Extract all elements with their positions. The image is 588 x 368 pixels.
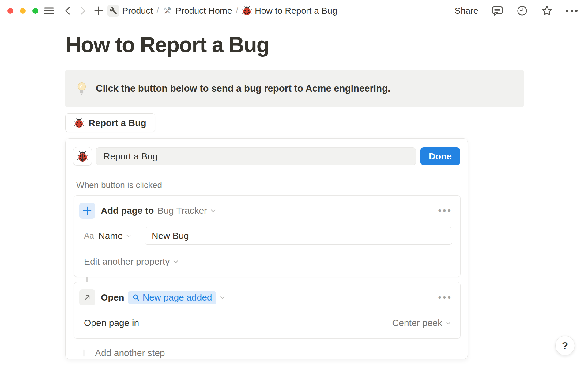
clock-icon bbox=[516, 5, 528, 17]
chevron-down-icon bbox=[172, 258, 179, 265]
open-page-in-label: Open page in bbox=[84, 318, 139, 328]
forward-button[interactable] bbox=[79, 6, 87, 15]
add-page-action-icon-box bbox=[79, 203, 95, 219]
plus-icon bbox=[83, 206, 92, 215]
zoom-window-button[interactable] bbox=[32, 8, 38, 14]
step-action-label: Add page to bbox=[101, 205, 154, 216]
property-name: Name bbox=[98, 231, 123, 241]
light-bulb-icon bbox=[76, 82, 87, 96]
ellipsis-icon bbox=[566, 10, 568, 12]
close-window-button[interactable] bbox=[7, 8, 13, 14]
target-database-dropdown[interactable]: Bug Tracker bbox=[154, 205, 217, 216]
page-body: How to Report a Bug Click the button bel… bbox=[0, 33, 588, 359]
arrow-up-right-icon bbox=[83, 293, 91, 301]
new-page-button[interactable] bbox=[94, 6, 103, 15]
chevron-down-icon[interactable] bbox=[219, 294, 226, 301]
open-target-chip-label: New page added bbox=[143, 292, 212, 303]
add-another-step-button[interactable]: Add another step bbox=[79, 348, 460, 358]
breadcrumb-label: Product bbox=[122, 6, 153, 16]
target-database-value: Bug Tracker bbox=[157, 205, 207, 216]
done-button[interactable]: Done bbox=[420, 147, 460, 165]
property-row: Aa Name bbox=[79, 227, 452, 245]
lady-beetle-icon bbox=[242, 6, 252, 16]
favorite-button[interactable] bbox=[541, 5, 553, 17]
text-property-type-icon: Aa bbox=[84, 231, 94, 241]
search-icon bbox=[132, 293, 140, 301]
callout-text: Click the button below to send a bug rep… bbox=[96, 83, 390, 94]
chevron-left-icon bbox=[63, 6, 71, 15]
breadcrumb-label: How to Report a Bug bbox=[255, 6, 337, 16]
open-mode-value: Center peek bbox=[392, 318, 442, 328]
edit-another-property-button[interactable]: Edit another property bbox=[84, 256, 452, 267]
step-header: Add page to Bug Tracker ••• bbox=[79, 203, 452, 219]
hammer-and-wrench-icon bbox=[163, 6, 172, 16]
edit-another-property-label: Edit another property bbox=[84, 256, 170, 267]
sidebar-toggle-button[interactable] bbox=[44, 6, 54, 15]
plus-icon bbox=[94, 6, 103, 15]
step-card-add-page: Add page to Bug Tracker ••• Aa Name bbox=[74, 195, 461, 277]
automation-steps: Add page to Bug Tracker ••• Aa Name bbox=[74, 195, 460, 358]
updates-button[interactable] bbox=[516, 5, 528, 17]
add-another-step-label: Add another step bbox=[95, 348, 165, 358]
open-action-icon-box bbox=[79, 289, 95, 305]
report-a-bug-button-label: Report a Bug bbox=[89, 118, 146, 128]
breadcrumb-label: Product Home bbox=[175, 6, 232, 16]
button-editor-header: Done bbox=[73, 147, 460, 166]
button-name-input[interactable] bbox=[96, 147, 416, 165]
open-target-chip[interactable]: New page added bbox=[128, 291, 216, 304]
report-a-bug-button[interactable]: Report a Bug bbox=[65, 113, 155, 132]
back-button[interactable] bbox=[63, 6, 71, 15]
chevron-down-icon[interactable] bbox=[126, 233, 132, 239]
step-action-label: Open bbox=[101, 292, 124, 303]
plus-icon bbox=[79, 348, 89, 358]
lady-beetle-icon bbox=[74, 118, 84, 128]
topbar-actions: Share bbox=[455, 5, 578, 17]
button-editor-panel: Done When button is clicked Add page to bbox=[65, 138, 468, 359]
callout-block: Click the button below to send a bug rep… bbox=[65, 70, 524, 107]
open-mode-dropdown[interactable]: Center peek bbox=[392, 318, 452, 328]
window-controls bbox=[7, 8, 38, 14]
breadcrumb-separator: / bbox=[156, 6, 159, 16]
breadcrumb-product-icon-box[interactable] bbox=[107, 5, 119, 17]
comment-icon bbox=[491, 5, 503, 17]
button-icon-picker[interactable] bbox=[73, 147, 92, 166]
step-connector bbox=[86, 277, 88, 282]
step-header: Open New page added ••• bbox=[79, 289, 452, 305]
breadcrumb-separator: / bbox=[236, 6, 238, 16]
chevron-down-icon bbox=[210, 207, 217, 214]
page-title: How to Report a Bug bbox=[66, 33, 588, 57]
star-icon bbox=[541, 5, 553, 17]
help-button[interactable]: ? bbox=[555, 336, 575, 355]
step-more-options-button[interactable]: ••• bbox=[438, 292, 452, 303]
topbar: Product / Product Home / bbox=[0, 0, 588, 21]
wrench-icon bbox=[109, 7, 117, 15]
step-more-options-button[interactable]: ••• bbox=[438, 205, 452, 216]
trigger-label: When button is clicked bbox=[76, 180, 460, 190]
open-page-in-row: Open page in Center peek bbox=[79, 318, 452, 328]
hamburger-icon bbox=[44, 6, 54, 15]
breadcrumb-item-product-home[interactable]: Product Home bbox=[163, 6, 232, 16]
comments-button[interactable] bbox=[491, 5, 503, 17]
breadcrumb-item-current-page[interactable]: How to Report a Bug bbox=[242, 6, 337, 16]
step-card-open-page: Open New page added ••• bbox=[74, 282, 461, 339]
chevron-right-icon bbox=[79, 6, 87, 15]
notion-window: Product / Product Home / bbox=[0, 0, 588, 368]
chevron-down-icon bbox=[445, 320, 452, 326]
property-value-input[interactable] bbox=[145, 227, 452, 245]
minimize-window-button[interactable] bbox=[20, 8, 26, 14]
lady-beetle-icon bbox=[77, 151, 88, 162]
breadcrumb-item-product[interactable]: Product bbox=[119, 6, 153, 16]
share-button[interactable]: Share bbox=[455, 6, 478, 16]
more-options-button[interactable] bbox=[566, 10, 578, 12]
